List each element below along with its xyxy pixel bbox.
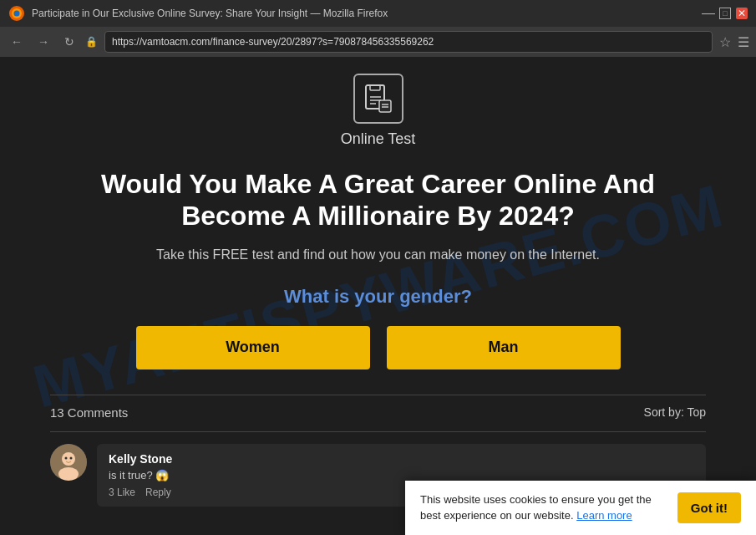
- browser-title: Participate in Our Exclusive Online Surv…: [32, 8, 388, 19]
- svg-point-16: [70, 456, 73, 459]
- page-content: MYANTISPYWARE.COM Online Test Would You …: [0, 57, 756, 535]
- comment-text: is it true? 😱: [109, 469, 694, 482]
- browser-titlebar: Participate in Our Exclusive Online Surv…: [0, 0, 756, 27]
- test-icon: [353, 74, 403, 124]
- cookie-banner: This website uses cookies to ensure you …: [405, 481, 756, 535]
- forward-button[interactable]: →: [33, 33, 53, 50]
- cookie-text: This website uses cookies to ensure you …: [420, 492, 664, 522]
- svg-rect-8: [379, 100, 391, 112]
- comments-header: 13 Comments Sort by: Top: [50, 405, 706, 420]
- browser-window-controls: — □ ✕: [703, 8, 748, 19]
- cookie-got-it-button[interactable]: Got it!: [677, 492, 741, 523]
- online-test-title: Online Test: [341, 130, 416, 148]
- url-text: https://vamtoacm.com/finance-survey/20/2…: [112, 36, 434, 48]
- gender-question: What is your gender?: [50, 286, 706, 308]
- restore-button[interactable]: □: [719, 8, 731, 19]
- firefox-logo-icon: [8, 5, 25, 22]
- minimize-button[interactable]: —: [703, 8, 714, 19]
- svg-point-2: [14, 11, 20, 17]
- main-headline: Would You Make A Great Career Online And…: [50, 168, 706, 232]
- bookmark-icon[interactable]: ☆: [719, 34, 731, 50]
- browser-toolbar: ← → ↻ 🔒 https://vamtoacm.com/finance-sur…: [0, 27, 756, 57]
- commenter-name: Kelly Stone: [109, 452, 694, 466]
- reload-button[interactable]: ↻: [60, 33, 79, 50]
- back-button[interactable]: ←: [7, 33, 27, 50]
- gender-buttons: Women Man: [50, 326, 706, 369]
- svg-point-13: [58, 467, 79, 481]
- reply-action[interactable]: Reply: [145, 487, 171, 498]
- women-button[interactable]: Women: [136, 326, 370, 369]
- security-icon: 🔒: [85, 36, 98, 48]
- online-test-header: Online Test: [50, 74, 706, 148]
- like-action[interactable]: 3 Like: [109, 487, 135, 498]
- avatar: [50, 444, 87, 481]
- cookie-learn-more-link[interactable]: Learn more: [576, 509, 632, 522]
- address-bar[interactable]: https://vamtoacm.com/finance-survey/20/2…: [104, 31, 713, 53]
- subtitle: Take this FREE test and find out how you…: [50, 247, 706, 262]
- sort-by: Sort by: Top: [644, 405, 706, 419]
- close-button[interactable]: ✕: [736, 8, 748, 19]
- man-button[interactable]: Man: [387, 326, 621, 369]
- comment-divider: [50, 431, 706, 432]
- comments-count: 13 Comments: [50, 405, 128, 420]
- svg-point-15: [65, 456, 68, 459]
- menu-icon[interactable]: ☰: [738, 34, 749, 50]
